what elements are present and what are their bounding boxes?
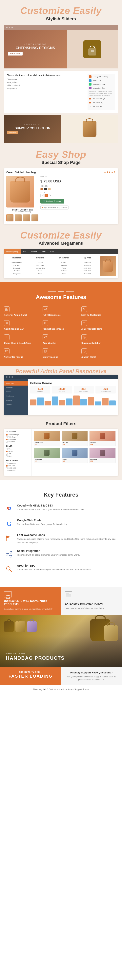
google-g-icon: G bbox=[6, 520, 11, 527]
swatch-orange bbox=[89, 75, 92, 78]
filter-group-category: Category Shoulder Bags Tote Bags Crossbo… bbox=[6, 431, 30, 443]
kf-item-fontawesome: Font-Awesome Icons Awesome collection of… bbox=[4, 533, 118, 544]
cb-tan[interactable] bbox=[6, 453, 8, 455]
font-awesome-icon bbox=[4, 533, 14, 543]
admin-sidebar-orders[interactable]: Orders bbox=[4, 390, 28, 394]
admin-sidebar-reports[interactable]: Reports bbox=[4, 398, 28, 402]
fpc-bag-2 bbox=[100, 433, 105, 439]
checkbox-bg[interactable] bbox=[89, 98, 91, 99]
cb-100-200[interactable] bbox=[6, 467, 8, 469]
cb-under50[interactable] bbox=[6, 463, 8, 464]
section-bottom-features: Top Quality SEO + FASTER LOADING Friendl… bbox=[0, 667, 122, 685]
thumb-3[interactable] bbox=[23, 214, 30, 221]
shop-mockup-header: Coach Satchel Handbag ★★★★☆ bbox=[6, 171, 116, 174]
megamenu-item-1[interactable]: Men bbox=[20, 249, 29, 254]
settings-row-2: 5 seconds bbox=[89, 79, 114, 82]
cb-red[interactable] bbox=[6, 455, 8, 457]
swatch-blue bbox=[89, 80, 92, 82]
section-key-features: — — Key Features 5 3 Coded with HTML5 & … bbox=[0, 480, 122, 587]
thumb-1[interactable] bbox=[6, 214, 14, 221]
megamenu-item-0[interactable]: Handbag Shop bbox=[4, 249, 20, 254]
feature-item-carousel: Product Dei carousel bbox=[42, 320, 79, 330]
add-to-cart-button[interactable]: 🛒 Continue Shopping bbox=[41, 199, 64, 204]
fpc-img-5 bbox=[89, 448, 116, 458]
megamenu-item-2[interactable]: Women bbox=[29, 249, 40, 254]
size-label: Size bbox=[41, 192, 116, 194]
cb-crossbody[interactable] bbox=[6, 439, 8, 440]
hero-bag-2 bbox=[104, 625, 118, 641]
fpc-bag-1 bbox=[72, 433, 77, 439]
thumb-row bbox=[6, 214, 38, 221]
stat-num-orders: 1.2k bbox=[32, 387, 49, 391]
product-price-big: $ 73.00 USD bbox=[41, 179, 116, 183]
stylish-sliders-subtitle: Stylish Sliders bbox=[4, 16, 118, 21]
slider-cta-1[interactable]: Shop Now bbox=[8, 52, 23, 56]
admin-dot-1 bbox=[6, 376, 8, 378]
color-swatch-brown[interactable] bbox=[41, 188, 43, 190]
feature-title-ajax-cart: Ajax Shopping Cart bbox=[4, 328, 41, 330]
size-m[interactable]: M bbox=[45, 194, 48, 197]
slider-desc-box: Choose the fonts, colors slider control … bbox=[4, 71, 118, 113]
cb-black[interactable] bbox=[6, 448, 8, 450]
key-features-divider: — — bbox=[4, 488, 118, 490]
size-s[interactable]: S bbox=[41, 194, 44, 197]
cb-brown[interactable] bbox=[6, 450, 8, 452]
kf-title-social: Social Integration bbox=[17, 549, 80, 552]
admin-sidebar-dashboard[interactable]: Dashboard bbox=[4, 381, 28, 385]
fpc-img-2 bbox=[89, 431, 116, 441]
color-label: Color bbox=[41, 185, 116, 187]
settings-note: IMPORTANT: For best results, upload land… bbox=[89, 91, 114, 97]
slider-settings-panel: Change slide every 5 seconds Navigation … bbox=[88, 73, 115, 110]
svg-rect-4 bbox=[5, 309, 6, 310]
html5-css3-icon: 5 3 bbox=[4, 504, 14, 514]
product-price-header: ★★★★☆ bbox=[104, 171, 116, 174]
admin-panel-icon bbox=[4, 306, 9, 312]
faster-loading-title: FASTER LOADING bbox=[4, 674, 57, 678]
svg-point-17 bbox=[7, 324, 8, 324]
admin-sidebar-customers[interactable]: Customers bbox=[4, 394, 28, 398]
megamenu-item-3[interactable]: Kids bbox=[40, 249, 48, 254]
thumb-4[interactable] bbox=[31, 214, 38, 221]
tab-dot-2 bbox=[9, 27, 10, 28]
admin-sidebar-settings[interactable]: Settings bbox=[4, 402, 28, 406]
cb-clutch[interactable] bbox=[6, 441, 8, 443]
cb-over200[interactable] bbox=[6, 470, 8, 471]
filter-group-color: Color Black Brown Tan Red bbox=[6, 445, 30, 457]
admin-chart bbox=[30, 396, 116, 406]
megamenu-col-0: Handbags Shoulder Bags Tote Bags Crossbo… bbox=[6, 256, 28, 276]
thumb-2[interactable] bbox=[15, 214, 22, 221]
feature-item-order: Order Tracking bbox=[42, 348, 79, 358]
quick-shop-icon bbox=[4, 334, 9, 340]
html5-icon: 5 bbox=[6, 506, 9, 511]
svg-point-41 bbox=[10, 551, 12, 553]
color-swatch-black[interactable] bbox=[44, 188, 47, 190]
slider-showcase-2: LOOK STYLISH SUMMER COLLECTION Shop Now bbox=[4, 115, 118, 143]
fpc-name-4: Clutch bbox=[63, 458, 87, 460]
admin-sidebar-products[interactable]: Products bbox=[4, 385, 28, 390]
feature-item-ajax-cart: Ajax Shopping Cart bbox=[4, 320, 41, 330]
feature-title-currency: Currency Switcher bbox=[81, 342, 118, 344]
slider-brand-1: MODERN HANDBAG bbox=[8, 43, 63, 45]
slider2-cta[interactable]: Shop Now bbox=[7, 131, 18, 134]
size-l[interactable]: L bbox=[49, 194, 52, 197]
section-experts: OUR EXPERTS WILL solve your problems Con… bbox=[0, 587, 122, 616]
awesome-divider: — — bbox=[4, 290, 118, 293]
ajax-cart-icon bbox=[4, 320, 9, 326]
cb-shoulder[interactable] bbox=[6, 434, 8, 436]
chart-bar-3 bbox=[45, 401, 51, 406]
slider-left-panel-1: MODERN HANDBAG CHERISHING DESIGNS Shop N… bbox=[4, 30, 67, 68]
svg-rect-39 bbox=[6, 536, 6, 541]
checkbox-dots[interactable] bbox=[89, 106, 91, 107]
cb-tote[interactable] bbox=[6, 436, 8, 438]
currency-icon bbox=[81, 334, 87, 340]
cb-50-100[interactable] bbox=[6, 465, 8, 466]
color-swatch-tan[interactable] bbox=[48, 188, 51, 190]
filter-opt-over200: Over $200 bbox=[6, 469, 30, 471]
feature-title-quick-shop: Quick Shop & Detail Zoom bbox=[4, 342, 41, 344]
checkbox-arrow[interactable] bbox=[89, 102, 91, 103]
svg-rect-6 bbox=[44, 308, 46, 310]
filter-title-color: Color bbox=[6, 445, 30, 447]
megamenu-item-4[interactable]: Sale bbox=[48, 249, 56, 254]
documentation-desc: Learn how to use KING from our User Guid… bbox=[65, 607, 118, 610]
google-fonts-icon: G bbox=[4, 519, 14, 528]
